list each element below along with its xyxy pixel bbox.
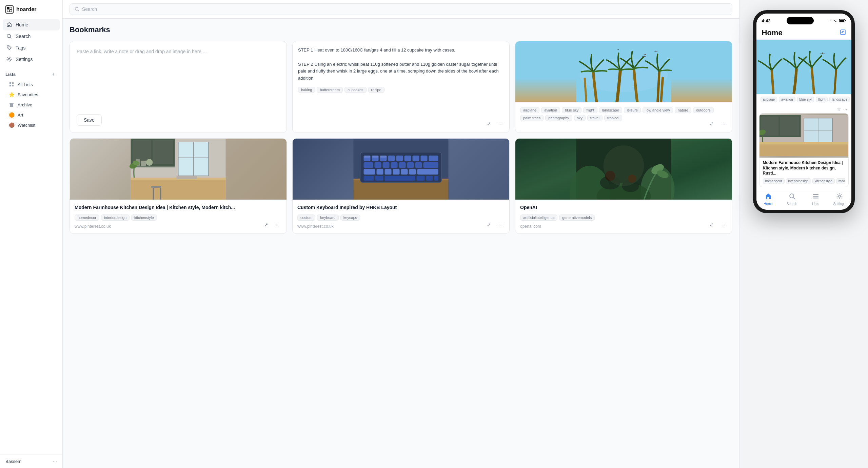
phone-signal-dots: ··· — [830, 19, 832, 22]
sidebar-item-watchlist[interactable]: 🟤 Watchlist — [5, 120, 57, 130]
phone-tag-aviation[interactable]: aviation — [779, 97, 795, 102]
sidebar-item-art[interactable]: 🟠 Art — [5, 110, 57, 120]
tag-landscape[interactable]: landscape — [599, 107, 622, 113]
phone-kitchen-title: Modern Farmhouse Kitchen Design Idea | K… — [763, 160, 845, 176]
svg-rect-3 — [10, 10, 12, 12]
phone-tag-flight[interactable]: flight — [816, 97, 828, 102]
keyboard-more-button[interactable]: ··· — [496, 220, 505, 229]
svg-rect-49 — [405, 156, 411, 161]
tag-palm-trees[interactable]: palm trees — [520, 115, 544, 121]
tag-flight[interactable]: flight — [583, 107, 597, 113]
phone-nav-home[interactable]: Home — [756, 193, 780, 206]
phone-tag-interiordesign[interactable]: interiordesign — [786, 178, 811, 184]
palm-expand-button[interactable]: ⤢ — [707, 119, 716, 128]
recipe-expand-button[interactable]: ⤢ — [484, 119, 494, 128]
tag-kitchenstyle[interactable]: kitchenstyle — [131, 215, 157, 221]
tag-tropical[interactable]: tropical — [604, 115, 622, 121]
tag-ai[interactable]: artificialintelligence — [520, 215, 557, 221]
phone-home-icon — [765, 193, 772, 201]
svg-rect-2 — [7, 10, 9, 12]
svg-rect-59 — [415, 162, 422, 168]
phone-tag-homedecor[interactable]: homedecor — [763, 178, 785, 184]
phone-tag-modern[interactable]: modern — [836, 178, 845, 184]
openai-card: OpenAI artificialintelligence generative… — [515, 138, 732, 234]
sidebar-item-favourites[interactable]: ⭐ Favourites — [5, 89, 57, 100]
tag-buttercream[interactable]: buttercream — [317, 87, 343, 93]
kitchen-url: www.pinterest.co.uk — [75, 224, 282, 229]
phone-kitchen-card: Modern Farmhouse Kitchen Design Idea | K… — [759, 113, 849, 187]
phone-nav-settings[interactable]: Settings — [828, 193, 851, 206]
svg-rect-28 — [153, 140, 173, 164]
favourites-icon: ⭐ — [9, 92, 14, 97]
recipe-card: STEP 1 Heat oven to 180C/160C fan/gas 4 … — [292, 41, 510, 133]
svg-rect-61 — [364, 169, 375, 175]
recipe-more-button[interactable]: ··· — [496, 119, 505, 128]
svg-rect-7 — [9, 82, 11, 84]
tag-outdoors[interactable]: outdoors — [693, 107, 714, 113]
phone-tag-blue-sky[interactable]: blue sky — [797, 97, 814, 102]
kitchen-image — [70, 139, 287, 200]
phone-more-button[interactable]: ··· — [843, 106, 847, 112]
tag-interiordesign[interactable]: interiordesign — [101, 215, 130, 221]
tag-nature[interactable]: nature — [675, 107, 691, 113]
tag-aviation[interactable]: aviation — [541, 107, 560, 113]
add-list-button[interactable]: + — [50, 70, 57, 78]
tag-keyboard[interactable]: keyboard — [317, 215, 338, 221]
openai-more-button[interactable]: ··· — [718, 220, 728, 229]
kitchen-expand-button[interactable]: ⤢ — [261, 220, 271, 229]
tag-airplane[interactable]: airplane — [520, 107, 539, 113]
lists-section: Lists + All Lists ⭐ Favourites — [0, 66, 62, 132]
phone-nav-lists[interactable]: Lists — [804, 193, 828, 206]
keyboard-card-title: Custom Keyboard Inspired by HHKB Layout — [297, 204, 505, 211]
openai-card-actions: ⤢ ··· — [707, 220, 728, 229]
new-bookmark-placeholder[interactable]: Paste a link, write a note or drag and d… — [77, 48, 280, 114]
home-label: Home — [16, 22, 28, 27]
search-bar[interactable]: Search — [70, 3, 732, 15]
openai-card-body: OpenAI artificialintelligence generative… — [515, 200, 732, 233]
search-nav-label: Search — [16, 34, 31, 39]
openai-expand-button[interactable]: ⤢ — [707, 220, 716, 229]
tag-homedecor[interactable]: homedecor — [75, 215, 99, 221]
tag-generative[interactable]: generativemodels — [559, 215, 595, 221]
svg-rect-37 — [153, 188, 154, 200]
palm-more-button[interactable]: ··· — [718, 119, 728, 128]
tag-blue-sky[interactable]: blue sky — [562, 107, 581, 113]
phone-star-button[interactable]: ☆ — [837, 106, 841, 112]
openai-image — [515, 139, 732, 200]
dynamic-island — [787, 17, 814, 24]
art-label: Art — [18, 113, 23, 118]
phone-tag-airplane[interactable]: airplane — [761, 97, 777, 102]
kitchen-card: Modern Farmhouse Kitchen Design Idea | K… — [70, 138, 287, 234]
sidebar-item-settings[interactable]: Settings — [3, 54, 60, 65]
svg-rect-18 — [655, 51, 656, 52]
keyboard-card-actions: ⤢ ··· — [484, 220, 505, 229]
kitchen-more-button[interactable]: ··· — [273, 220, 282, 229]
tag-travel[interactable]: travel — [587, 115, 603, 121]
sidebar-item-archive[interactable]: Archive — [5, 100, 57, 110]
phone-nav-search[interactable]: Search — [780, 193, 804, 206]
phone-kitchen-image — [760, 114, 848, 158]
sidebar-item-home[interactable]: Home — [3, 19, 60, 30]
tag-sky[interactable]: sky — [574, 115, 586, 121]
footer-menu-button[interactable]: ··· — [53, 459, 57, 464]
tag-keycaps[interactable]: keycaps — [340, 215, 360, 221]
phone-tag-kitchenstyle[interactable]: kitchenstyle — [812, 178, 835, 184]
kitchen-card-body: Modern Farmhouse Kitchen Design Idea | K… — [70, 200, 287, 233]
tag-cupcakes[interactable]: cupcakes — [344, 87, 366, 93]
tag-baking[interactable]: baking — [298, 87, 315, 93]
phone-tag-landscape[interactable]: landscape — [829, 97, 850, 102]
phone-edit-button[interactable] — [840, 29, 846, 37]
tag-photography[interactable]: photography — [545, 115, 572, 121]
sidebar-item-all-lists[interactable]: All Lists — [5, 79, 57, 89]
tag-leisure[interactable]: leisure — [624, 107, 641, 113]
tag-low-angle-view[interactable]: low angle view — [643, 107, 673, 113]
tag-custom[interactable]: custom — [297, 215, 315, 221]
palm-trees-card: airplane aviation blue sky flight landsc… — [515, 41, 732, 133]
sidebar-item-tags[interactable]: Tags — [3, 42, 60, 54]
tag-recipe[interactable]: recipe — [368, 87, 384, 93]
svg-rect-70 — [385, 176, 415, 181]
save-button[interactable]: Save — [77, 114, 102, 126]
favourites-label: Favourites — [18, 92, 38, 97]
keyboard-expand-button[interactable]: ⤢ — [484, 220, 494, 229]
sidebar-item-search[interactable]: Search — [3, 30, 60, 42]
